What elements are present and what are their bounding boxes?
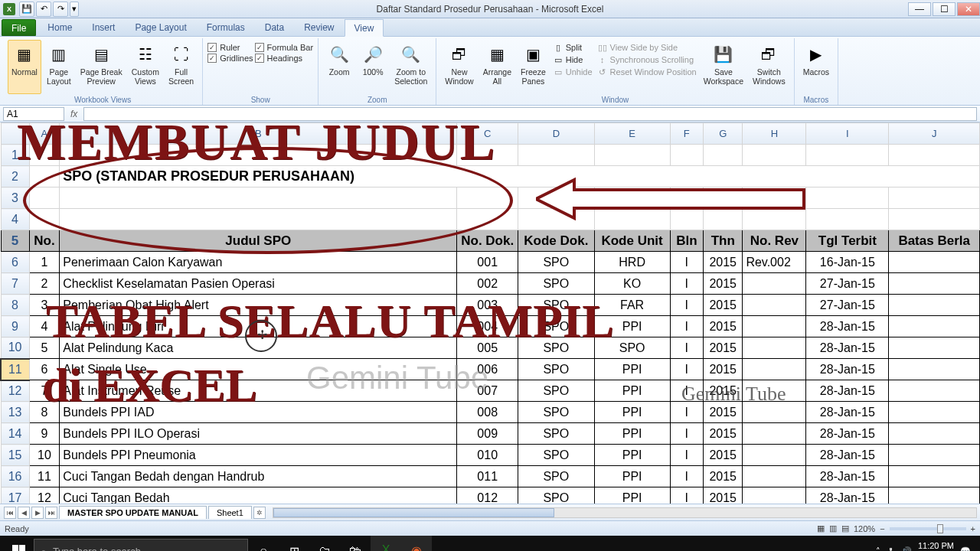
qat-redo-button[interactable]: ↷ bbox=[53, 2, 68, 17]
table-header-cell[interactable]: Kode Dok. bbox=[518, 230, 594, 252]
col-header-B[interactable]: B bbox=[60, 123, 457, 145]
view-side-by-side-button[interactable]: ▯▯View Side by Side bbox=[596, 41, 698, 54]
tray-network-icon[interactable]: 🖧 bbox=[887, 546, 895, 551]
sheet-nav-next[interactable]: ▶ bbox=[31, 507, 44, 519]
select-all-cell[interactable] bbox=[1, 123, 29, 145]
tray-volume-icon[interactable]: 🔊 bbox=[901, 546, 912, 552]
qat-undo-button[interactable]: ↶ bbox=[36, 2, 51, 17]
headings-checkbox[interactable]: ✓Headings bbox=[255, 54, 314, 63]
arrange-all-button[interactable]: ▦Arrange All bbox=[479, 40, 515, 94]
col-header-J[interactable]: J bbox=[889, 123, 980, 145]
tab-formulas[interactable]: Formulas bbox=[197, 18, 255, 36]
zoom-level[interactable]: 120% bbox=[854, 524, 875, 533]
table-header-cell[interactable]: Bln bbox=[670, 230, 703, 252]
close-button[interactable]: ✕ bbox=[957, 2, 980, 16]
normal-view-button[interactable]: ▦Normal bbox=[8, 40, 41, 94]
store-icon[interactable]: 🛍 bbox=[340, 536, 371, 551]
sheet-nav-last[interactable]: ⏭ bbox=[45, 507, 57, 519]
sync-scrolling-button[interactable]: ↕Synchronous Scrolling bbox=[596, 54, 698, 66]
reset-window-position-button[interactable]: ↺Reset Window Position bbox=[596, 66, 698, 78]
tab-home[interactable]: Home bbox=[38, 18, 82, 36]
start-button[interactable] bbox=[3, 536, 34, 551]
tab-page-layout[interactable]: Page Layout bbox=[125, 18, 196, 36]
zoom-to-selection-button[interactable]: 🔍Zoom to Selection bbox=[390, 40, 431, 94]
table-header-cell[interactable]: Thn bbox=[704, 230, 743, 252]
table-header-cell[interactable]: Judul SPO bbox=[60, 230, 457, 252]
tab-file[interactable]: File bbox=[2, 19, 36, 36]
full-screen-button[interactable]: ⛶Full Screen bbox=[165, 40, 198, 94]
table-header-cell[interactable]: Kode Unit bbox=[594, 230, 670, 252]
qat-save-button[interactable]: 💾 bbox=[19, 2, 34, 17]
col-header-C[interactable]: C bbox=[457, 123, 518, 145]
split-button[interactable]: ▯Split bbox=[551, 41, 594, 54]
row-header-12[interactable]: 12 bbox=[1, 380, 29, 402]
tab-insert[interactable]: Insert bbox=[82, 18, 125, 36]
row-header-8[interactable]: 8 bbox=[1, 295, 29, 316]
row-header-14[interactable]: 14 bbox=[1, 423, 29, 445]
row-header-7[interactable]: 7 bbox=[1, 273, 29, 295]
col-header-F[interactable]: F bbox=[670, 123, 703, 145]
sheet-nav-prev[interactable]: ◀ bbox=[18, 507, 30, 519]
recorder-taskbar-icon[interactable]: ◉ bbox=[401, 536, 432, 551]
view-page-break-icon[interactable]: ▤ bbox=[841, 523, 849, 533]
save-workspace-button[interactable]: 💾Save Workspace bbox=[700, 40, 747, 94]
zoom-100-button[interactable]: 🔎100% bbox=[357, 40, 389, 94]
row-header-6[interactable]: 6 bbox=[1, 252, 29, 273]
freeze-panes-button[interactable]: ▣Freeze Panes bbox=[517, 40, 550, 94]
zoom-button[interactable]: 🔍Zoom bbox=[323, 40, 355, 94]
table-header-cell[interactable]: Batas Berla bbox=[889, 230, 980, 252]
switch-windows-button[interactable]: 🗗Switch Windows bbox=[749, 40, 789, 94]
qat-customize-button[interactable]: ▾ bbox=[70, 2, 79, 17]
col-header-A[interactable]: A bbox=[29, 123, 60, 145]
formula-bar-checkbox[interactable]: ✓Formula Bar bbox=[255, 43, 314, 52]
tab-view[interactable]: View bbox=[345, 19, 384, 37]
sheet-tab-sheet1[interactable]: Sheet1 bbox=[208, 506, 252, 519]
row-header-16[interactable]: 16 bbox=[1, 466, 29, 487]
tab-review[interactable]: Review bbox=[294, 18, 344, 36]
fx-icon[interactable]: fx bbox=[67, 109, 80, 119]
table-header-cell[interactable]: No. Dok. bbox=[457, 230, 518, 252]
zoom-in-button[interactable]: + bbox=[971, 524, 975, 533]
row-header-5[interactable]: 5 bbox=[1, 230, 29, 252]
ruler-checkbox[interactable]: ✓Ruler bbox=[207, 43, 253, 52]
row-header-17[interactable]: 17 bbox=[1, 487, 29, 504]
unhide-button[interactable]: ▭Unhide bbox=[551, 66, 594, 78]
taskbar-clock[interactable]: 11:20 PM5/6/2019 bbox=[918, 541, 954, 551]
row-header-2[interactable]: 2 bbox=[1, 166, 29, 187]
page-layout-button[interactable]: ▥Page Layout bbox=[43, 40, 75, 94]
row-header-3[interactable]: 3 bbox=[1, 187, 29, 209]
table-header-cell[interactable]: No. Rev bbox=[743, 230, 806, 252]
new-sheet-button[interactable]: ✲ bbox=[253, 507, 266, 519]
view-normal-icon[interactable]: ▦ bbox=[817, 523, 825, 533]
tray-up-icon[interactable]: ˄ bbox=[876, 546, 880, 552]
col-header-G[interactable]: G bbox=[704, 123, 743, 145]
notifications-icon[interactable]: 💬 bbox=[960, 546, 971, 552]
taskbar-search[interactable]: ⌕Type here to search bbox=[34, 539, 248, 551]
row-header-11[interactable]: 11 bbox=[1, 359, 29, 380]
sheet-nav-first[interactable]: ⏮ bbox=[4, 507, 16, 519]
custom-views-button[interactable]: ☷Custom Views bbox=[128, 40, 163, 94]
row-header-4[interactable]: 4 bbox=[1, 209, 29, 230]
page-break-preview-button[interactable]: ▤Page Break Preview bbox=[77, 40, 126, 94]
sheet-tab-active[interactable]: MASTER SPO UPDATE MANUAL bbox=[59, 506, 207, 519]
gridlines-checkbox[interactable]: ✓Gridlines bbox=[207, 54, 253, 63]
new-window-button[interactable]: 🗗New Window bbox=[441, 40, 477, 94]
tab-data[interactable]: Data bbox=[255, 18, 294, 36]
zoom-out-button[interactable]: − bbox=[880, 524, 884, 533]
excel-taskbar-icon[interactable]: X bbox=[371, 536, 401, 551]
formula-bar[interactable] bbox=[83, 107, 977, 121]
name-box[interactable] bbox=[3, 107, 64, 121]
col-header-D[interactable]: D bbox=[518, 123, 594, 145]
macros-button[interactable]: ▶Macros bbox=[799, 40, 833, 94]
horizontal-scrollbar[interactable] bbox=[273, 507, 977, 518]
cortana-icon[interactable]: ○ bbox=[248, 536, 279, 551]
task-view-icon[interactable]: ⊞ bbox=[279, 536, 309, 551]
col-header-H[interactable]: H bbox=[743, 123, 806, 145]
sheet-title-cell[interactable]: SPO (STANDAR PROSEDUR PERUSAHAAN) bbox=[60, 166, 980, 187]
col-header-E[interactable]: E bbox=[594, 123, 670, 145]
row-header-15[interactable]: 15 bbox=[1, 445, 29, 466]
table-header-cell[interactable]: Tgl Terbit bbox=[806, 230, 889, 252]
row-header-9[interactable]: 9 bbox=[1, 316, 29, 337]
table-header-cell[interactable]: No. bbox=[29, 230, 60, 252]
row-header-10[interactable]: 10 bbox=[1, 337, 29, 359]
